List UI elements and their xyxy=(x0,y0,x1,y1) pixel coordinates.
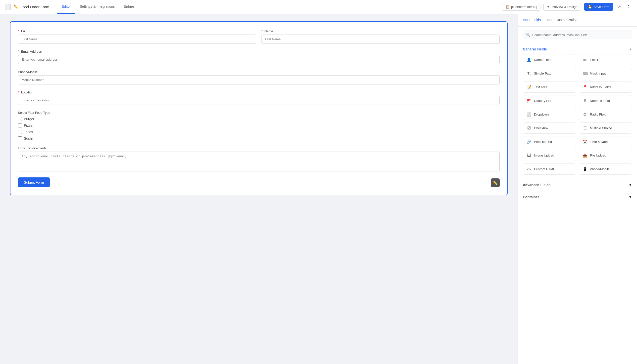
edit-button[interactable]: ✏️ xyxy=(491,178,500,187)
preview-button[interactable]: 👁 Preview & Design xyxy=(543,3,581,11)
mask-input-icon: ⌨ xyxy=(582,71,587,76)
email-icon: ✉ xyxy=(582,58,587,62)
simple-text-icon: Tt xyxy=(527,72,531,75)
advanced-fields-header[interactable]: Advanced Fields ▼ xyxy=(518,179,637,191)
field-mask-input[interactable]: ⌨ Mask Input xyxy=(579,68,632,79)
location-group: * Location xyxy=(18,90,500,105)
general-fields-chevron: ▲ xyxy=(629,48,632,51)
save-icon: 💾 xyxy=(588,5,592,9)
form-icon: ✏️ xyxy=(14,4,19,9)
tab-entries[interactable]: Entries xyxy=(119,0,139,14)
last-name-required-star: * xyxy=(261,29,263,33)
numeric-field-label: Numeric Field xyxy=(590,99,610,102)
checkbox-pizza-input[interactable] xyxy=(18,124,22,128)
location-input[interactable] xyxy=(18,96,500,105)
first-name-required-star: * xyxy=(18,29,19,33)
field-country-list[interactable]: 🚩 Country List xyxy=(523,95,576,106)
form-canvas: * Full * Name * Email Address xyxy=(10,21,508,195)
simple-text-label: Simple Text xyxy=(534,72,551,75)
sidebar-tabs: Input Fields Input Customization xyxy=(518,14,637,26)
field-multiple-choice[interactable]: ☰ Multiple Choice xyxy=(579,122,632,134)
field-dropdown[interactable]: ⬜ Dropdown xyxy=(523,109,576,120)
back-button[interactable]: ← xyxy=(5,4,11,10)
top-nav: ← ✏️ Food Order Form Editor Settings & I… xyxy=(0,0,637,14)
container-section: Container ▼ xyxy=(518,191,637,203)
checkbox-tacos[interactable]: Tacos xyxy=(18,130,500,134)
email-label: * Email Address xyxy=(18,50,500,54)
field-name-fields[interactable]: 👤 Name Fields xyxy=(523,54,576,65)
field-website-url[interactable]: 🔗 Website URL xyxy=(523,136,576,147)
tab-input-fields[interactable]: Input Fields xyxy=(523,14,541,26)
checkbox-icon: ☑ xyxy=(527,126,531,130)
time-date-label: Time & Date xyxy=(590,140,608,144)
phone-input[interactable] xyxy=(18,75,500,84)
search-icon: 🔍 xyxy=(526,33,530,37)
field-checkbox[interactable]: ☑ Checkbox xyxy=(523,122,576,134)
phone-mobile-icon: 📱 xyxy=(582,167,587,172)
first-name-input[interactable] xyxy=(18,34,256,44)
mask-input-label: Mask Input xyxy=(590,72,606,75)
form-submit-area: Submit Form ✏️ xyxy=(18,178,500,187)
website-url-icon: 🔗 xyxy=(527,140,531,144)
checkbox-tacos-input[interactable] xyxy=(18,130,22,134)
file-upload-label: File Upload xyxy=(590,154,606,157)
checkbox-sushi[interactable]: Sushi xyxy=(18,136,500,140)
shortcode-button[interactable]: 📋 [fluentform id="6"] xyxy=(502,3,540,11)
food-type-group: Select Fast Food Type Burger Pizza Tacos xyxy=(18,111,500,140)
phone-mobile-label: Phone/Mobile xyxy=(590,167,610,171)
email-input[interactable] xyxy=(18,55,500,64)
address-fields-icon: 📍 xyxy=(582,85,587,90)
container-header[interactable]: Container ▼ xyxy=(518,191,637,203)
checkbox-label: Checkbox xyxy=(534,126,548,130)
last-name-input[interactable] xyxy=(261,34,500,44)
form-editor: * Full * Name * Email Address xyxy=(0,14,518,364)
name-fields-icon: 👤 xyxy=(527,58,531,62)
save-button[interactable]: 💾 Save Form xyxy=(584,3,613,11)
field-time-date[interactable]: 📅 Time & Date xyxy=(579,136,632,147)
tab-editor[interactable]: Editor xyxy=(57,0,75,14)
field-simple-text[interactable]: Tt Simple Text xyxy=(523,68,576,79)
extra-label: Extra Requirements xyxy=(18,146,500,150)
search-input[interactable] xyxy=(532,33,629,37)
email-label: Email xyxy=(590,58,598,62)
file-upload-icon: 📤 xyxy=(582,153,587,158)
more-button[interactable]: ⋮ xyxy=(625,3,632,11)
container-chevron: ▼ xyxy=(628,195,632,199)
field-phone-mobile[interactable]: 📱 Phone/Mobile xyxy=(579,164,632,175)
time-date-icon: 📅 xyxy=(582,140,587,144)
checkbox-burger-input[interactable] xyxy=(18,117,22,121)
tab-input-customization[interactable]: Input Customization xyxy=(547,14,577,26)
website-url-label: Website URL xyxy=(534,140,553,144)
preview-text: Preview & Design xyxy=(552,5,577,9)
expand-button[interactable]: ⤢ xyxy=(616,3,622,11)
main-layout: * Full * Name * Email Address xyxy=(0,14,637,364)
checkbox-burger[interactable]: Burger xyxy=(18,117,500,121)
field-email[interactable]: ✉ Email xyxy=(579,54,632,65)
field-image-upload[interactable]: 🖼 Image Upload xyxy=(523,150,576,161)
field-radio-field[interactable]: ⊙ Radio Field xyxy=(579,109,632,120)
fields-grid: 👤 Name Fields ✉ Email Tt Simple Text ⌨ M… xyxy=(518,54,637,179)
form-title-area: ✏️ Food Order Form xyxy=(14,4,49,9)
multiple-choice-label: Multiple Choice xyxy=(590,126,612,130)
field-custom-html[interactable]: </> Custom HTML xyxy=(523,164,576,175)
preview-icon: 👁 xyxy=(547,5,550,9)
general-fields-header[interactable]: General Fields ▲ xyxy=(518,43,637,54)
checkbox-sushi-input[interactable] xyxy=(18,136,22,140)
checkbox-pizza[interactable]: Pizza xyxy=(18,124,500,128)
field-file-upload[interactable]: 📤 File Upload xyxy=(579,150,632,161)
field-text-area[interactable]: 📝 Text Area xyxy=(523,82,576,93)
tab-settings[interactable]: Settings & Integrations xyxy=(75,0,119,14)
location-required-star: * xyxy=(18,90,19,94)
image-upload-label: Image Upload xyxy=(534,154,554,157)
email-group: * Email Address xyxy=(18,50,500,64)
checkbox-group: Burger Pizza Tacos Sushi xyxy=(18,117,500,140)
container-title: Container xyxy=(523,195,539,199)
food-type-label: Select Fast Food Type xyxy=(18,111,500,114)
general-fields-title: General Fields xyxy=(523,47,547,51)
submit-button[interactable]: Submit Form xyxy=(18,178,50,187)
search-box: 🔍 xyxy=(523,30,632,39)
field-numeric-field[interactable]: # Numeric Field xyxy=(579,95,632,106)
last-name-group: * Name xyxy=(261,29,500,44)
extra-textarea[interactable] xyxy=(18,152,500,172)
field-address-fields[interactable]: 📍 Address Fields xyxy=(579,82,632,93)
